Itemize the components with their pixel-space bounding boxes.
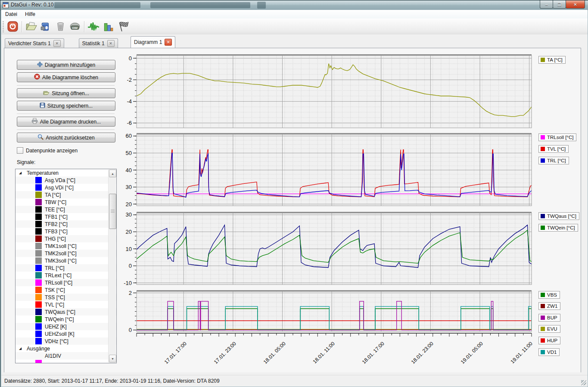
color-swatch <box>35 353 42 359</box>
legend-bup: BUP <box>538 314 560 322</box>
button-sitzung-speichern[interactable]: Sitzung speichern... <box>17 101 115 111</box>
trash-icon <box>55 21 66 32</box>
svg-text:50: 50 <box>126 150 132 156</box>
signal-group-ausgänge[interactable]: ◢Ausgänge <box>16 345 116 352</box>
statistics-button[interactable] <box>101 20 115 33</box>
close-button[interactable]: ✕ <box>566 0 585 9</box>
signal-item-tbw-c[interactable]: TBW [°C] <box>16 198 116 206</box>
signal-list: ◢TemperaturenAsg.VDa [°C]Asg.VDi [°C]TA … <box>15 169 117 363</box>
export-csv-icon: csv <box>69 21 81 33</box>
scrollbar-thumb[interactable] <box>109 194 116 229</box>
status-text: Datensätze: 2880, Start: 2013-01-17 11:1… <box>4 378 220 384</box>
chart-3[interactable]: 3020100-10 <box>121 212 532 286</box>
open-file-icon <box>25 21 37 33</box>
signal-item-asg-vda-c[interactable]: Asg.VDa [°C] <box>16 176 116 184</box>
signal-item-tfb2-c[interactable]: TFB2 [°C] <box>16 220 116 228</box>
legend-swatch <box>541 158 545 163</box>
signal-item-asg-vdi-c[interactable]: Asg.VDi [°C] <box>16 184 116 191</box>
button-alle-diagramme-drucken[interactable]: Alle Diagramme drucken... <box>17 117 115 127</box>
signal-item-ai1div[interactable]: AI1DIV <box>16 352 116 359</box>
signal-item-tmk3soll-c[interactable]: TMK3soll [°C] <box>16 257 116 264</box>
scroll-up-button[interactable]: ▲ <box>109 170 116 177</box>
button-ansicht-zurücksetzen[interactable]: Ansicht zurücksetzen <box>17 133 115 142</box>
signal-item-tmk1soll-c[interactable]: TMK1soll [°C] <box>16 242 116 250</box>
button-alle-diagramme-löschen[interactable]: Alle Diagramme löschen <box>17 72 115 82</box>
import-button[interactable] <box>39 20 53 33</box>
svg-text:30: 30 <box>126 212 132 218</box>
x-tick-label: 17.01. 23:00 <box>202 341 237 375</box>
signal-list-scrollbar[interactable]: ▲ ▼ <box>108 170 116 362</box>
signal-item-twqaus-c[interactable]: TWQaus [°C] <box>16 308 116 316</box>
chart-2[interactable]: 6050403020 <box>121 133 532 207</box>
button-diagramm-hinzufügen[interactable]: Diagramm hinzufügen <box>17 60 115 70</box>
signal-item-uehzsoll-k[interactable]: UEHZsoll [K] <box>16 330 116 337</box>
diagram-page: Diagramm hinzufügenAlle Diagramme lösche… <box>4 48 581 373</box>
legend-evu: EVU <box>538 325 560 333</box>
restore-button[interactable]: ❐ <box>553 0 566 9</box>
signal-item-ta-c[interactable]: TA [°C] <box>16 191 116 198</box>
tab-label: Verdichter Starts 1 <box>8 40 51 46</box>
legend-swatch <box>541 304 545 308</box>
signal-item-tfb1-c[interactable]: TFB1 [°C] <box>16 213 116 220</box>
signal-item-tss-c[interactable]: TSS [°C] <box>16 294 116 301</box>
chart-4[interactable]: 20 <box>121 290 532 333</box>
signal-item-tfb3-c[interactable]: TFB3 [°C] <box>16 228 116 235</box>
signal-item-tmk2soll-c[interactable]: TMK2soll [°C] <box>16 250 116 257</box>
scroll-down-button[interactable]: ▼ <box>109 355 116 362</box>
datapoints-checkbox[interactable] <box>17 147 23 154</box>
color-swatch <box>35 323 42 330</box>
signal-view-button[interactable] <box>87 20 100 33</box>
color-swatch <box>35 331 42 337</box>
svg-text:-2: -2 <box>127 77 132 83</box>
delete-button[interactable] <box>53 20 67 33</box>
tab-close-icon[interactable]: ✕ <box>53 40 61 47</box>
tab-label: Diagramm 1 <box>134 39 162 45</box>
app-icon <box>3 2 9 8</box>
signal-item-thg-c[interactable]: THG [°C] <box>16 235 116 242</box>
import-icon <box>40 21 52 33</box>
tab-close-icon[interactable]: ✕ <box>107 40 115 47</box>
signal-item-trl-c[interactable]: TRL [°C] <box>16 264 116 272</box>
color-swatch <box>35 287 42 293</box>
finish-button[interactable] <box>116 20 130 33</box>
signal-item-vdhz-c[interactable]: VDHz [°C] <box>16 337 116 345</box>
save-icon <box>40 102 45 109</box>
legend-swatch <box>541 135 545 139</box>
color-swatch <box>35 192 42 198</box>
signal-item-tee-c[interactable]: TEE [°C] <box>16 206 116 213</box>
signal-item-trlsoll-c[interactable]: TRLsoll [°C] <box>16 279 116 286</box>
exit-button[interactable] <box>6 20 19 33</box>
svg-text:20: 20 <box>126 201 132 207</box>
expand-triangle-icon[interactable]: ◢ <box>19 347 23 350</box>
chart-1[interactable]: 0-2-4-6 <box>121 54 532 129</box>
signal-group-temperaturen[interactable]: ◢Temperaturen <box>16 169 116 176</box>
legend-twqein-c-: TWQein [°C] <box>538 224 578 232</box>
signal-item-tsk-c[interactable]: TSK [°C] <box>16 286 116 294</box>
legend-twqaus-c-: TWQaus [°C] <box>538 212 579 220</box>
export-csv-button[interactable]: csv <box>68 20 82 33</box>
resize-grip[interactable] <box>581 380 586 385</box>
title-bar[interactable]: DtaGui - Rev: 0.10 – ❐ ✕ <box>0 0 588 10</box>
open-file-button[interactable] <box>24 20 38 33</box>
color-swatch <box>35 309 42 315</box>
tab-verdichter-starts-1[interactable]: Verdichter Starts 1✕ <box>5 38 64 48</box>
signal-item-partial[interactable] <box>16 359 116 363</box>
signal-item-trlext-c[interactable]: TRLext [°C] <box>16 272 116 279</box>
x-axis <box>121 333 532 339</box>
menu-datei[interactable]: Datei <box>1 10 21 18</box>
button-sitzung-öffnen[interactable]: Sitzung öffnen... <box>17 88 115 98</box>
tab-diagramm-1[interactable]: Diagramm 1✕ <box>131 36 175 48</box>
tab-close-icon[interactable]: ✕ <box>165 39 172 46</box>
toolbar-grip[interactable] <box>3 21 4 32</box>
tab-statistik-1[interactable]: Statistik 1✕ <box>79 38 118 48</box>
minimize-button[interactable]: – <box>540 0 553 9</box>
signal-item-tvl-c[interactable]: TVL [°C] <box>16 301 116 308</box>
separator <box>17 130 115 130</box>
menu-hilfe[interactable]: Hilfe <box>21 10 39 18</box>
race-flag-icon <box>117 21 129 33</box>
signal-item-twqein-c[interactable]: TWQein [°C] <box>16 316 116 323</box>
signal-item-uehz-k[interactable]: UEHZ [K] <box>16 323 116 330</box>
svg-text:0: 0 <box>129 327 132 333</box>
svg-text:-4: -4 <box>127 98 132 105</box>
expand-triangle-icon[interactable]: ◢ <box>19 171 23 175</box>
